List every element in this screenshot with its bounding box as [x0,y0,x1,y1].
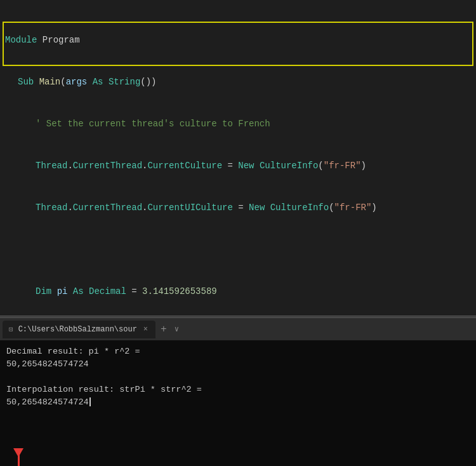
terminal-tab-bar: ⊡ C:\Users\RobbSalzmann\sour × + ∨ [0,318,476,340]
terminal-cursor [89,397,91,406]
terminal-output-line-2: 50,2654824574724 [6,358,470,371]
terminal-output-line-1: Decimal result: pi * r^2 = [6,345,470,358]
line-module: Module Program [0,33,476,47]
terminal-output: Decimal result: pi * r^2 = 50,2654824574… [0,340,476,466]
terminal-output-line-4: Interpolation result: strPi * strr^2 = [6,383,470,396]
terminal-panel: ⊡ C:\Users\RobbSalzmann\sour × + ∨ Decim… [0,318,476,466]
terminal-output-line-5: 50,2654824574724 [6,396,470,409]
line-thread1: Thread.CurrentThread.CurrentCulture = Ne… [0,159,476,173]
terminal-chevron-button[interactable]: ∨ [172,324,182,334]
terminal-tab-close-button[interactable]: × [142,324,149,335]
terminal-icon: ⊡ [9,325,13,333]
line-thread2: Thread.CurrentThread.CurrentUICulture = … [0,201,476,215]
terminal-output-line-3 [6,371,470,383]
line-blank1 [0,243,476,256]
terminal-tab-item[interactable]: ⊡ C:\Users\RobbSalzmann\sour × [3,321,155,338]
code-editor: Module Program Sub Main(args As String()… [0,0,476,316]
terminal-tab-path: C:\Users\RobbSalzmann\sour [18,325,137,334]
line-comment: ' Set the current thread's culture to Fr… [0,117,476,131]
line-sub: Sub Main(args As String()) [0,75,476,89]
terminal-add-tab-button[interactable]: + [157,324,171,335]
line-dim-pi: Dim pi As Decimal = 3.141592653589 [0,284,476,298]
